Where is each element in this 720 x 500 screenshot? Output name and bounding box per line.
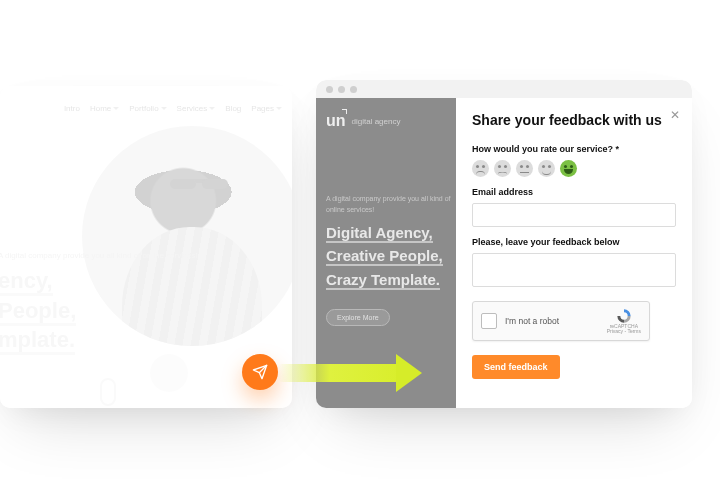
feedback-label: Please, leave your feedback below — [472, 237, 676, 247]
feedback-textarea[interactable] — [472, 253, 676, 287]
recaptcha-badge: reCAPTCHA Privacy - Terms — [607, 308, 641, 335]
paper-plane-icon — [252, 364, 268, 380]
rating-option-5[interactable] — [560, 160, 577, 177]
hero-intro-text: A digital company provide you all kind o… — [326, 194, 456, 215]
email-field[interactable] — [472, 203, 676, 227]
rating-option-4[interactable] — [538, 160, 555, 177]
close-icon[interactable]: ✕ — [670, 108, 680, 122]
rating-label: How would you rate our service? * — [472, 144, 676, 154]
feedback-launcher-button[interactable] — [242, 354, 278, 390]
recaptcha-widget[interactable]: I'm not a robot reCAPTCHA Privacy - Term… — [472, 301, 650, 341]
rating-option-2[interactable] — [494, 160, 511, 177]
explore-more-button[interactable]: Explore More — [326, 309, 390, 326]
window-chrome — [316, 80, 692, 98]
email-label: Email address — [472, 187, 676, 197]
recaptcha-label: I'm not a robot — [505, 316, 599, 326]
rating-option-3[interactable] — [516, 160, 533, 177]
transition-arrow-icon — [278, 356, 438, 390]
feedback-modal: ✕ Share your feedback with us How would … — [456, 98, 692, 408]
send-feedback-button[interactable]: Send feedback — [472, 355, 560, 379]
site-logo: undigital agency — [326, 112, 456, 130]
hero-headline: Digital Agency, Creative People, Crazy T… — [326, 221, 456, 291]
rating-faces — [472, 160, 676, 177]
recaptcha-icon — [615, 308, 633, 324]
rating-option-1[interactable] — [472, 160, 489, 177]
recaptcha-checkbox[interactable] — [481, 313, 497, 329]
modal-title: Share your feedback with us — [472, 112, 676, 128]
